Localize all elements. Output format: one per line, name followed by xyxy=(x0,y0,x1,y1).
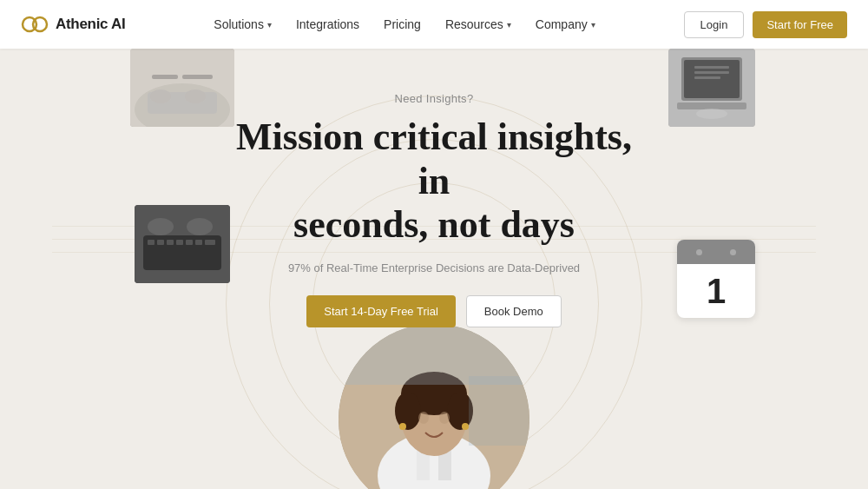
svg-rect-24 xyxy=(195,240,202,245)
nav-resources[interactable]: Resources ▾ xyxy=(445,17,511,31)
svg-point-38 xyxy=(439,412,450,424)
nav-menu: Solutions ▾ Integrations Pricing Resourc… xyxy=(214,17,595,31)
svg-point-8 xyxy=(185,89,206,103)
calendar-header xyxy=(677,240,755,264)
login-button[interactable]: Login xyxy=(684,11,745,38)
main-content: 1 Need Insights? Mission critical insigh… xyxy=(0,49,868,489)
logo-icon xyxy=(21,16,49,33)
svg-rect-21 xyxy=(167,240,174,245)
nav-integrations[interactable]: Integrations xyxy=(296,17,359,31)
logo-text: Athenic AI xyxy=(56,16,125,33)
hero-subtitle: Need Insights? xyxy=(217,92,651,105)
svg-point-26 xyxy=(148,218,174,235)
calendar-day-number: 1 xyxy=(707,274,726,308)
svg-rect-20 xyxy=(157,240,164,245)
calendar-body: 1 xyxy=(677,264,755,318)
demo-button[interactable]: Book Demo xyxy=(466,295,562,327)
nav-pricing[interactable]: Pricing xyxy=(384,17,421,31)
keyboard-dark-image xyxy=(135,205,230,283)
calendar-dot-left xyxy=(696,249,702,255)
svg-point-7 xyxy=(150,89,171,103)
floating-image-top-right xyxy=(668,49,755,127)
hero-section: Need Insights? Mission critical insights… xyxy=(217,92,651,327)
svg-rect-16 xyxy=(694,76,720,79)
hero-description: 97% of Real-Time Enterprise Decisions ar… xyxy=(217,261,651,274)
svg-rect-23 xyxy=(186,240,193,245)
svg-point-35 xyxy=(395,392,421,430)
svg-point-1 xyxy=(33,17,47,31)
nav-solutions[interactable]: Solutions ▾ xyxy=(214,17,272,31)
svg-point-27 xyxy=(187,218,213,235)
svg-rect-6 xyxy=(182,75,213,79)
svg-rect-15 xyxy=(694,71,729,74)
start-free-button[interactable]: Start for Free xyxy=(753,11,847,38)
navbar: Athenic AI Solutions ▾ Integrations Pric… xyxy=(0,0,868,49)
nav-actions: Login Start for Free xyxy=(684,11,847,38)
trial-button[interactable]: Start 14-Day Free Trial xyxy=(306,295,456,327)
svg-rect-14 xyxy=(694,66,729,69)
hero-title: Mission critical insights, in seconds, n… xyxy=(217,116,651,248)
svg-point-39 xyxy=(399,423,406,430)
svg-point-40 xyxy=(462,423,469,430)
floating-image-mid-left xyxy=(135,205,230,283)
svg-point-13 xyxy=(696,109,727,119)
svg-rect-12 xyxy=(677,102,746,109)
svg-rect-5 xyxy=(152,75,178,79)
svg-rect-42 xyxy=(469,376,529,446)
chevron-down-icon: ▾ xyxy=(507,20,511,30)
svg-point-37 xyxy=(418,412,429,424)
laptop-overhead-image xyxy=(668,49,755,127)
calendar-dot-right xyxy=(730,249,736,255)
hero-buttons: Start 14-Day Free Trial Book Demo xyxy=(217,295,651,327)
logo-area: Athenic AI xyxy=(21,16,125,33)
svg-rect-19 xyxy=(148,240,155,245)
svg-rect-25 xyxy=(205,240,215,245)
svg-rect-22 xyxy=(176,240,183,245)
chevron-down-icon: ▾ xyxy=(267,20,272,30)
calendar-widget: 1 xyxy=(677,240,755,318)
chevron-down-icon: ▾ xyxy=(591,20,595,30)
nav-company[interactable]: Company ▾ xyxy=(536,17,595,31)
